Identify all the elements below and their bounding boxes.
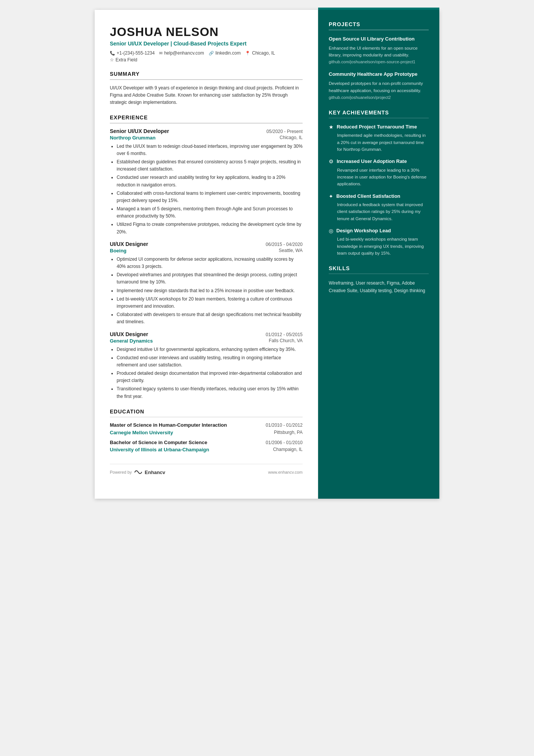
achievement-3-title: Boosted Client Satisfaction	[336, 193, 400, 200]
star-icon: ☆	[110, 57, 114, 63]
projects-section: PROJECTS Open Source UI Library Contribu…	[329, 21, 429, 101]
degree-2-title: Bachelor of Science in Computer Science	[110, 439, 207, 446]
candidate-title: Senior UI/UX Developer | Cloud-Based Pro…	[110, 41, 303, 47]
achievements-title: KEY ACHIEVEMENTS	[329, 110, 429, 116]
achievement-4-desc: Led bi-weekly workshops enhancing team k…	[329, 236, 429, 257]
job-3-bullets: Designed intuitive UI for governmental a…	[110, 346, 303, 400]
email-item: ✉ help@enhancv.com	[159, 50, 204, 56]
job-2-date: 06/2015 - 04/2020	[266, 242, 303, 247]
job-3-company-row: General Dynamics Falls Church, VA	[110, 338, 303, 344]
diamond-achievement-icon: ✦	[329, 193, 333, 199]
summary-section: SUMMARY UI/UX Developer with 9 years of …	[110, 71, 303, 106]
location-text: Chicago, IL	[252, 50, 275, 56]
header-section: JOSHUA NELSON Senior UI/UX Developer | C…	[110, 25, 303, 63]
job-3-bullet-3: Produced detailed design documentation t…	[117, 370, 303, 384]
job-2-bullet-5: Collaborated with developers to ensure t…	[117, 311, 303, 326]
achievement-1-desc: Implemented agile methodologies, resulti…	[329, 132, 429, 153]
project-1: Open Source UI Library Contribution Enha…	[329, 36, 429, 66]
summary-title: SUMMARY	[110, 71, 303, 77]
job-3-title: UI/UX Designer	[110, 331, 148, 337]
job-2-bullet-2: Developed wireframes and prototypes that…	[117, 271, 303, 286]
degree-2-location: Champaign, IL	[273, 447, 303, 452]
job-1-bullet-1: Led the UI/UX team to redesign cloud-bas…	[117, 143, 303, 157]
skills-text: Wireframing, User research, Figma, Adobe…	[329, 279, 429, 295]
achievement-2-header: ⚙ Increased User Adoption Rate	[329, 158, 429, 165]
achievement-1-title: Reduced Project Turnaround Time	[337, 124, 417, 130]
job-1-bullets: Led the UI/UX team to redesign cloud-bas…	[110, 143, 303, 236]
linkedin-url: linkedin.com	[215, 50, 241, 56]
summary-divider	[110, 79, 303, 80]
degree-1-header: Master of Science in Human-Computer Inte…	[110, 422, 303, 429]
project-2: Community Healthcare App Prototype Devel…	[329, 71, 429, 101]
degree-2-school: University of Illinois at Urbana-Champai…	[110, 447, 209, 452]
degree-2-date: 01/2006 - 01/2010	[266, 440, 303, 445]
job-1-location: Chicago, IL	[279, 135, 303, 141]
job-2-bullets: Optimized UI components for defense sect…	[110, 256, 303, 326]
job-1-bullet-3: Conducted user research and usability te…	[117, 174, 303, 188]
projects-title: PROJECTS	[329, 21, 429, 27]
project-1-desc: Enhanced the UI elements for an open sou…	[329, 45, 429, 66]
achievement-3: ✦ Boosted Client Satisfaction Introduced…	[329, 193, 429, 222]
education-section: EDUCATION Master of Science in Human-Com…	[110, 409, 303, 452]
linkedin-item: 🔗 linkedin.com	[209, 50, 241, 56]
star-achievement-icon: ★	[329, 124, 334, 130]
degree-1-date: 01/2010 - 01/2012	[266, 423, 303, 428]
job-1-company: Northrop Grumman	[110, 135, 156, 141]
powered-by-text: Powered by	[110, 470, 132, 474]
job-2-bullet-4: Led bi-weekly UI/UX workshops for 20 tea…	[117, 296, 303, 310]
job-3: UI/UX Designer 01/2012 - 05/2015 General…	[110, 331, 303, 400]
resume-container: JOSHUA NELSON Senior UI/UX Developer | C…	[95, 10, 439, 499]
degree-1-school-row: Carnegie Mellon University Pittsburgh, P…	[110, 430, 303, 435]
degree-1: Master of Science in Human-Computer Inte…	[110, 422, 303, 435]
location-icon: 📍	[245, 51, 250, 56]
degree-2-header: Bachelor of Science in Computer Science …	[110, 439, 303, 446]
project-2-desc: Developed prototypes for a non-profit co…	[329, 80, 429, 101]
candidate-name: JOSHUA NELSON	[110, 25, 303, 39]
job-2-company-row: Boeing Seattle, WA	[110, 248, 303, 254]
right-column: PROJECTS Open Source UI Library Contribu…	[318, 10, 439, 499]
job-3-bullet-4: Transitioned legacy systems to user-frie…	[117, 385, 303, 400]
achievement-2-title: Increased User Adoption Rate	[337, 158, 407, 165]
job-2: UI/UX Designer 06/2015 - 04/2020 Boeing …	[110, 241, 303, 326]
job-2-header: UI/UX Designer 06/2015 - 04/2020	[110, 241, 303, 247]
job-1-company-row: Northrop Grumman Chicago, IL	[110, 135, 303, 141]
job-3-bullet-2: Conducted end-user interviews and usabil…	[117, 354, 303, 369]
job-3-company: General Dynamics	[110, 338, 153, 344]
project-2-title: Community Healthcare App Prototype	[329, 71, 429, 78]
skills-divider	[329, 274, 429, 274]
key-achievements-section: KEY ACHIEVEMENTS ★ Reduced Project Turna…	[329, 110, 429, 257]
job-3-header: UI/UX Designer 01/2012 - 05/2015	[110, 331, 303, 337]
projects-divider	[329, 30, 429, 30]
job-1-bullet-4: Collaborated with cross-functional teams…	[117, 190, 303, 204]
job-1: Senior UI/UX Developer 05/2020 - Present…	[110, 128, 303, 236]
experience-section: EXPERIENCE Senior UI/UX Developer 05/202…	[110, 114, 303, 400]
extra-field: ☆ Extra Field	[110, 57, 303, 63]
degree-2: Bachelor of Science in Computer Science …	[110, 439, 303, 452]
achievement-4-title: Design Workshop Lead	[336, 227, 391, 234]
project-1-title: Open Source UI Library Contribution	[329, 36, 429, 42]
job-1-bullet-5: Managed a team of 5 designers, mentoring…	[117, 205, 303, 220]
job-2-title: UI/UX Designer	[110, 241, 148, 247]
achievement-2-desc: Revamped user interface leading to a 30%…	[329, 167, 429, 188]
job-2-location: Seattle, WA	[279, 248, 303, 254]
phone-item: 📞 +1-(234)-555-1234	[110, 50, 155, 56]
location-item: 📍 Chicago, IL	[245, 50, 275, 56]
degree-2-school-row: University of Illinois at Urbana-Champai…	[110, 447, 303, 452]
footer-powered: Powered by Enhancv	[110, 470, 165, 475]
degree-1-title: Master of Science in Human-Computer Inte…	[110, 422, 227, 429]
circle-achievement-icon: ◎	[329, 228, 333, 234]
experience-divider	[110, 123, 303, 124]
education-divider	[110, 417, 303, 418]
project-2-link: github.com/joshuanelson/project2	[329, 95, 391, 100]
achievement-4: ◎ Design Workshop Lead Led bi-weekly wor…	[329, 227, 429, 257]
link-icon: 🔗	[209, 51, 214, 56]
email-address: help@enhancv.com	[164, 50, 204, 56]
job-1-bullet-6: Utilized Figma to create comprehensive p…	[117, 221, 303, 235]
contact-row: 📞 +1-(234)-555-1234 ✉ help@enhancv.com 🔗…	[110, 50, 303, 56]
job-2-bullet-1: Optimized UI components for defense sect…	[117, 256, 303, 270]
job-1-date: 05/2020 - Present	[267, 129, 303, 134]
achievements-divider	[329, 118, 429, 119]
email-icon: ✉	[159, 51, 162, 56]
degree-1-school: Carnegie Mellon University	[110, 430, 173, 435]
job-3-bullet-1: Designed intuitive UI for governmental a…	[117, 346, 303, 353]
